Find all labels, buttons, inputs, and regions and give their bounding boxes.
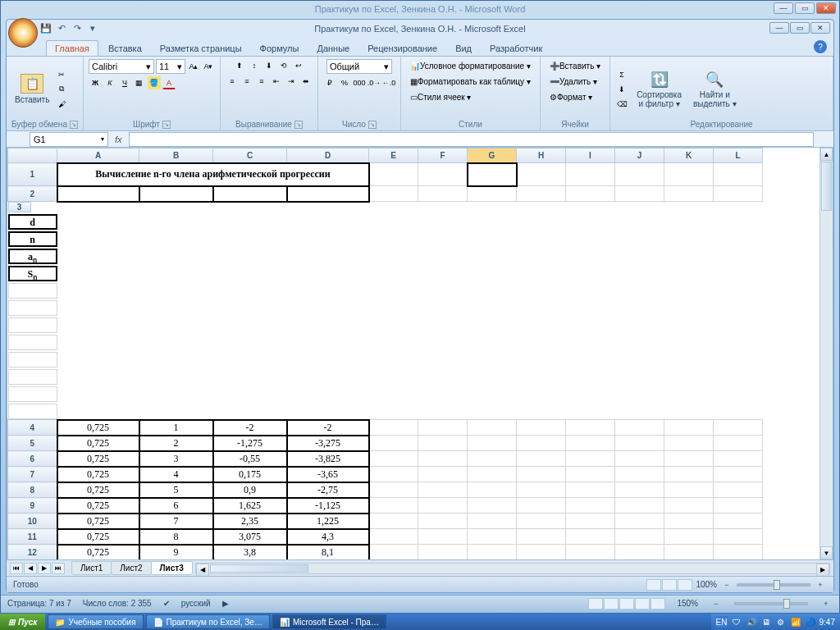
hscroll-left[interactable]: ◀ bbox=[196, 564, 209, 577]
number-launcher[interactable]: ↘ bbox=[368, 121, 377, 129]
dec-decimal-icon[interactable]: ←.0 bbox=[382, 76, 395, 89]
data-title[interactable]: Вычисление n-го члена арифметической про… bbox=[57, 163, 369, 186]
cell-K8[interactable] bbox=[664, 482, 714, 498]
tray-icon-4[interactable]: ⚙ bbox=[775, 616, 787, 628]
indent-inc-icon[interactable]: ⇥ bbox=[285, 75, 298, 88]
clipboard-launcher[interactable]: ↘ bbox=[70, 121, 78, 129]
cell-J8[interactable] bbox=[615, 482, 664, 498]
cell-K10[interactable] bbox=[664, 514, 714, 529]
cell-I5[interactable] bbox=[566, 436, 615, 451]
qat-redo-icon[interactable]: ↷ bbox=[71, 21, 84, 34]
word-view-web[interactable] bbox=[619, 598, 634, 609]
view-pagebreak-button[interactable] bbox=[678, 579, 692, 591]
cell-J11[interactable] bbox=[615, 529, 664, 545]
cell-E9[interactable] bbox=[369, 498, 418, 514]
cut-icon[interactable]: ✂ bbox=[55, 68, 68, 81]
cell-L2[interactable] bbox=[714, 186, 763, 202]
cell-I8[interactable] bbox=[566, 482, 615, 498]
lang-indicator[interactable]: EN bbox=[716, 616, 728, 628]
cell-B12[interactable]: 9 bbox=[139, 545, 213, 560]
border-button[interactable]: ▦ bbox=[133, 76, 146, 89]
tab-review[interactable]: Рецензирование bbox=[359, 41, 445, 56]
cell-L5[interactable] bbox=[714, 436, 763, 451]
cell-D3[interactable]: Sn bbox=[8, 266, 57, 281]
word-view-outline[interactable] bbox=[635, 598, 650, 609]
cell-H11[interactable] bbox=[517, 529, 566, 545]
tab-formulas[interactable]: Формулы bbox=[252, 41, 308, 56]
cell-C7[interactable]: 0,175 bbox=[213, 467, 287, 482]
cell-B3[interactable]: n bbox=[8, 231, 57, 247]
cell-K4[interactable] bbox=[664, 420, 714, 436]
row-header-6[interactable]: 6 bbox=[8, 451, 57, 467]
col-header-I[interactable]: I bbox=[566, 148, 615, 163]
cell-A3[interactable]: d bbox=[8, 214, 57, 230]
cell-G7[interactable] bbox=[468, 467, 517, 482]
cell-E7[interactable] bbox=[369, 467, 418, 482]
cell-B4[interactable]: 1 bbox=[139, 420, 213, 436]
row-header-10[interactable]: 10 bbox=[8, 514, 57, 529]
col-header-L[interactable]: L bbox=[714, 148, 763, 163]
taskbar-item-folder[interactable]: 📁 Учебные пособия bbox=[48, 614, 143, 629]
scroll-thumb[interactable] bbox=[821, 162, 832, 211]
row-header-4[interactable]: 4 bbox=[8, 420, 57, 436]
autosum-icon[interactable]: Σ bbox=[615, 68, 628, 81]
tab-data[interactable]: Данные bbox=[308, 41, 358, 56]
spellcheck-icon[interactable]: ✔ bbox=[163, 599, 170, 608]
cell-D5[interactable]: -3,275 bbox=[287, 436, 369, 451]
cell-E3[interactable] bbox=[8, 283, 57, 299]
cell-C4[interactable]: -2 bbox=[213, 420, 287, 436]
cell-E4[interactable] bbox=[369, 420, 418, 436]
percent-icon[interactable]: % bbox=[338, 76, 351, 89]
row-header-11[interactable]: 11 bbox=[8, 529, 57, 545]
sheet-tab-2[interactable]: Лист2 bbox=[111, 561, 151, 575]
cell-F1[interactable] bbox=[418, 163, 468, 186]
col-header-D[interactable]: D bbox=[287, 148, 369, 163]
col-header-H[interactable]: H bbox=[517, 148, 566, 163]
bold-button[interactable]: Ж bbox=[89, 76, 102, 89]
format-cells-button[interactable]: ⚙ Формат ▾ bbox=[546, 90, 596, 104]
format-as-table-button[interactable]: ▦ Форматировать как таблицу ▾ bbox=[406, 75, 535, 89]
cell-A2[interactable] bbox=[57, 186, 139, 202]
cell-J5[interactable] bbox=[615, 436, 664, 451]
cell-G6[interactable] bbox=[468, 451, 517, 467]
cell-C3[interactable]: an bbox=[8, 249, 57, 264]
cell-F12[interactable] bbox=[418, 545, 468, 560]
cell-C11[interactable]: 3,075 bbox=[213, 529, 287, 545]
align-bottom-icon[interactable]: ⬇ bbox=[262, 59, 276, 72]
cell-I1[interactable] bbox=[566, 163, 615, 186]
help-icon[interactable]: ? bbox=[814, 40, 827, 53]
underline-button[interactable]: Ч bbox=[118, 76, 131, 89]
word-zoom-slider[interactable] bbox=[734, 602, 808, 605]
cell-C6[interactable]: -0,55 bbox=[213, 451, 287, 467]
cell-G1[interactable] bbox=[468, 163, 517, 186]
cell-J10[interactable] bbox=[615, 514, 664, 529]
name-box[interactable]: G1▾ bbox=[30, 132, 108, 147]
conditional-format-button[interactable]: 📊 Условное форматирование ▾ bbox=[406, 59, 535, 73]
macro-icon[interactable]: ▶ bbox=[222, 599, 229, 608]
cell-C12[interactable]: 3,8 bbox=[213, 545, 287, 560]
horizontal-scrollbar[interactable]: ◀ ▶ bbox=[195, 563, 830, 574]
cell-A7[interactable]: 0,725 bbox=[57, 467, 139, 482]
col-header-K[interactable]: K bbox=[664, 148, 714, 163]
tray-icon-6[interactable]: 🔵 bbox=[805, 616, 816, 628]
office-button[interactable] bbox=[8, 18, 38, 48]
tray-icon-3[interactable]: 🖥 bbox=[760, 616, 772, 628]
cell-G10[interactable] bbox=[468, 514, 517, 529]
cell-F4[interactable] bbox=[418, 420, 468, 436]
cell-L6[interactable] bbox=[714, 451, 763, 467]
cell-A4[interactable]: 0,725 bbox=[57, 420, 139, 436]
cell-E6[interactable] bbox=[369, 451, 418, 467]
row-header-8[interactable]: 8 bbox=[8, 482, 57, 498]
cell-L1[interactable] bbox=[714, 163, 763, 186]
font-launcher[interactable]: ↘ bbox=[162, 121, 171, 129]
cell-A12[interactable]: 0,725 bbox=[57, 545, 139, 560]
align-left-icon[interactable]: ≡ bbox=[226, 75, 239, 88]
cell-F8[interactable] bbox=[418, 482, 468, 498]
cell-L11[interactable] bbox=[714, 529, 763, 545]
font-color-button[interactable]: A bbox=[162, 76, 176, 89]
cell-H9[interactable] bbox=[517, 498, 566, 514]
taskbar-item-excel[interactable]: 📊 Microsoft Excel - Пра… bbox=[272, 614, 386, 629]
currency-icon[interactable]: ₽ bbox=[323, 76, 336, 89]
word-view-draft[interactable] bbox=[651, 598, 665, 609]
word-language[interactable]: русский bbox=[181, 599, 211, 608]
